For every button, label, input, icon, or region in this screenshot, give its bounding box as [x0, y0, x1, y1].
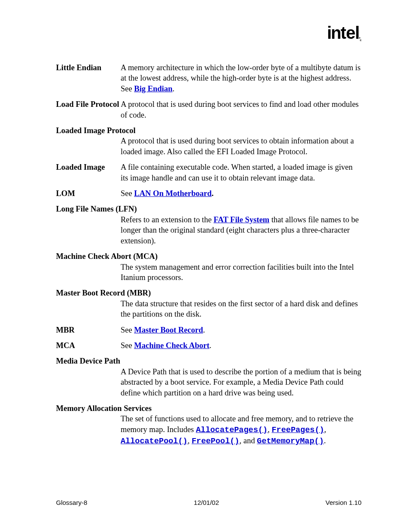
- term: MCA: [56, 340, 121, 351]
- term: Little Endian: [56, 62, 121, 73]
- footer-left: Glossary-8: [56, 499, 87, 506]
- term: Memory Allocation Services: [56, 403, 361, 414]
- svg-text:int: int: [327, 25, 346, 42]
- footer-right: Version 1.10: [326, 499, 361, 506]
- def-text: .: [172, 84, 174, 93]
- def-cont: of code.: [121, 110, 361, 120]
- entry-load-file-protocol: Load File Protocol A protocol that is us…: [56, 99, 361, 120]
- definition: A memory architecture in which the low-o…: [121, 62, 361, 94]
- def-text: Refers to an extension to the: [121, 215, 214, 224]
- entry-lom: LOM See LAN On Motherboard.: [56, 188, 361, 199]
- term: Master Boot Record (MBR): [56, 288, 361, 298]
- entry-memory-allocation-services: Memory Allocation Services The set of fu…: [56, 403, 361, 447]
- def-text: A protocol that is used during boot serv…: [121, 100, 358, 109]
- svg-text:e: e: [346, 25, 355, 42]
- entry-master-boot-record: Master Boot Record (MBR) The data struct…: [56, 288, 361, 319]
- entry-loaded-image: Loaded Image A file containing executabl…: [56, 162, 361, 183]
- definition: A file containing executable code. When …: [121, 162, 361, 183]
- entry-machine-check-abort: Machine Check Abort (MCA) The system man…: [56, 251, 361, 283]
- link-lan-on-motherboard[interactable]: LAN On Motherboard: [134, 189, 212, 198]
- term: Machine Check Abort (MCA): [56, 251, 361, 261]
- def-text: See: [121, 326, 134, 334]
- link-machine-check-abort[interactable]: Machine Check Abort: [134, 341, 209, 350]
- sep: ,: [324, 425, 327, 434]
- definition: Refers to an extension to the FAT File S…: [121, 215, 361, 246]
- link-big-endian[interactable]: Big Endian: [134, 84, 172, 93]
- entry-long-file-names: Long File Names (LFN) Refers to an exten…: [56, 204, 361, 246]
- definition: The data structure that resides on the f…: [121, 299, 361, 320]
- definition: See LAN On Motherboard.: [121, 188, 361, 199]
- term: Long File Names (LFN): [56, 204, 361, 214]
- definition: A Device Path that is used to describe t…: [121, 367, 361, 398]
- svg-text:®: ®: [360, 39, 361, 42]
- def-text: .: [209, 341, 212, 350]
- definition: A protocol that is used during boot serv…: [121, 136, 361, 157]
- def-text: See: [121, 189, 134, 198]
- link-getmemorymap[interactable]: GetMemoryMap(): [257, 437, 324, 446]
- entry-media-device-path: Media Device Path A Device Path that is …: [56, 356, 361, 398]
- entry-mca: MCA See Machine Check Abort.: [56, 340, 361, 351]
- entry-little-endian: Little Endian A memory architecture in w…: [56, 62, 361, 94]
- def-text: .: [203, 326, 205, 334]
- definition: The set of functions used to allocate an…: [121, 414, 361, 447]
- term: LOM: [56, 188, 121, 199]
- svg-point-3: [359, 37, 361, 39]
- link-allocatepages[interactable]: AllocatePages(): [196, 426, 268, 435]
- document-page: int e l ® Little Endian A memory archite…: [0, 0, 411, 532]
- link-freepool[interactable]: FreePool(): [192, 437, 240, 446]
- term: Loaded Image: [56, 162, 121, 172]
- svg-text:l: l: [355, 25, 359, 42]
- def-text: .: [212, 189, 214, 198]
- link-master-boot-record[interactable]: Master Boot Record: [134, 326, 203, 334]
- term: MBR: [56, 325, 121, 335]
- sep: .: [324, 436, 326, 445]
- link-fat-file-system[interactable]: FAT File System: [214, 215, 269, 224]
- term: Loaded Image Protocol: [56, 125, 361, 136]
- link-freepages[interactable]: FreePages(): [271, 426, 324, 435]
- entry-loaded-image-protocol: Loaded Image Protocol A protocol that is…: [56, 125, 361, 157]
- intel-logo-svg: int e l ®: [327, 25, 361, 42]
- definition: The system management and error correcti…: [121, 262, 361, 283]
- term: Media Device Path: [56, 356, 361, 366]
- term: Load File Protocol: [56, 100, 119, 109]
- def-text: See: [121, 341, 134, 350]
- page-footer: Glossary-8 12/01/02 Version 1.10: [56, 499, 361, 506]
- entry-mbr: MBR See Master Boot Record.: [56, 325, 361, 335]
- glossary-content: Little Endian A memory architecture in w…: [56, 62, 361, 447]
- sep: , and: [240, 436, 257, 445]
- link-allocatepool[interactable]: AllocatePool(): [121, 437, 187, 446]
- definition: See Master Boot Record.: [121, 325, 361, 335]
- footer-center: 12/01/02: [194, 499, 219, 506]
- sep: ,: [187, 436, 191, 445]
- intel-logo: int e l ®: [327, 25, 361, 45]
- definition: See Machine Check Abort.: [121, 340, 361, 351]
